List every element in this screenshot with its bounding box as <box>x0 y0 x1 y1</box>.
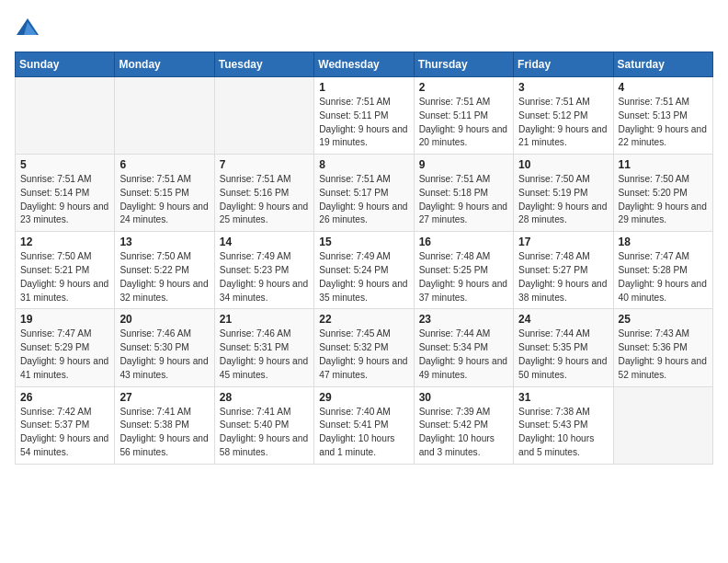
calendar-cell <box>16 77 115 155</box>
weekday-header-tuesday: Tuesday <box>214 52 313 77</box>
day-info: Sunrise: 7:50 AM Sunset: 5:19 PM Dayligh… <box>518 173 608 227</box>
logo-icon <box>15 15 40 40</box>
day-info: Sunrise: 7:42 AM Sunset: 5:37 PM Dayligh… <box>20 406 109 460</box>
calendar-cell: 12Sunrise: 7:50 AM Sunset: 5:21 PM Dayli… <box>16 232 115 309</box>
calendar-cell: 18Sunrise: 7:47 AM Sunset: 5:28 PM Dayli… <box>613 232 712 309</box>
calendar-cell: 31Sunrise: 7:38 AM Sunset: 5:43 PM Dayli… <box>514 386 613 464</box>
day-number: 21 <box>220 313 309 326</box>
calendar-cell: 11Sunrise: 7:50 AM Sunset: 5:20 PM Dayli… <box>613 155 712 232</box>
calendar-cell: 30Sunrise: 7:39 AM Sunset: 5:42 PM Dayli… <box>414 386 513 464</box>
weekday-header-thursday: Thursday <box>414 52 513 77</box>
weekday-header-row: SundayMondayTuesdayWednesdayThursdayFrid… <box>16 52 713 77</box>
calendar-cell: 15Sunrise: 7:49 AM Sunset: 5:24 PM Dayli… <box>314 232 414 309</box>
day-info: Sunrise: 7:51 AM Sunset: 5:12 PM Dayligh… <box>518 96 608 150</box>
calendar-cell: 4Sunrise: 7:51 AM Sunset: 5:13 PM Daylig… <box>613 77 712 155</box>
day-info: Sunrise: 7:51 AM Sunset: 5:18 PM Dayligh… <box>419 173 508 227</box>
day-number: 25 <box>619 313 708 326</box>
day-number: 4 <box>619 81 708 94</box>
calendar-cell: 20Sunrise: 7:46 AM Sunset: 5:30 PM Dayli… <box>115 309 214 386</box>
day-info: Sunrise: 7:47 AM Sunset: 5:29 PM Dayligh… <box>20 327 109 382</box>
calendar-cell: 28Sunrise: 7:41 AM Sunset: 5:40 PM Dayli… <box>214 386 313 464</box>
day-info: Sunrise: 7:51 AM Sunset: 5:15 PM Dayligh… <box>119 173 209 227</box>
calendar-cell: 24Sunrise: 7:44 AM Sunset: 5:35 PM Dayli… <box>514 309 613 386</box>
day-number: 5 <box>20 158 109 171</box>
day-info: Sunrise: 7:48 AM Sunset: 5:27 PM Dayligh… <box>518 250 608 304</box>
calendar-cell: 14Sunrise: 7:49 AM Sunset: 5:23 PM Dayli… <box>214 232 313 309</box>
calendar-week-2: 12Sunrise: 7:50 AM Sunset: 5:21 PM Dayli… <box>16 232 713 309</box>
calendar-cell <box>115 77 214 155</box>
day-number: 29 <box>319 391 408 404</box>
day-info: Sunrise: 7:38 AM Sunset: 5:43 PM Dayligh… <box>518 406 608 460</box>
weekday-header-sunday: Sunday <box>16 52 115 77</box>
day-info: Sunrise: 7:44 AM Sunset: 5:35 PM Dayligh… <box>518 327 608 382</box>
calendar-week-1: 5Sunrise: 7:51 AM Sunset: 5:14 PM Daylig… <box>16 155 713 232</box>
calendar-cell: 19Sunrise: 7:47 AM Sunset: 5:29 PM Dayli… <box>16 309 115 386</box>
day-info: Sunrise: 7:51 AM Sunset: 5:11 PM Dayligh… <box>319 96 408 150</box>
day-number: 15 <box>319 236 408 248</box>
calendar-cell: 23Sunrise: 7:44 AM Sunset: 5:34 PM Dayli… <box>414 309 513 386</box>
day-number: 3 <box>518 81 608 94</box>
day-number: 1 <box>319 81 408 94</box>
calendar-cell <box>613 386 712 464</box>
calendar-cell: 26Sunrise: 7:42 AM Sunset: 5:37 PM Dayli… <box>16 386 115 464</box>
calendar-cell: 13Sunrise: 7:50 AM Sunset: 5:22 PM Dayli… <box>115 232 214 309</box>
day-info: Sunrise: 7:48 AM Sunset: 5:25 PM Dayligh… <box>419 250 508 304</box>
calendar-cell: 27Sunrise: 7:41 AM Sunset: 5:38 PM Dayli… <box>115 386 214 464</box>
day-number: 13 <box>119 236 209 248</box>
calendar-cell: 25Sunrise: 7:43 AM Sunset: 5:36 PM Dayli… <box>613 309 712 386</box>
day-info: Sunrise: 7:43 AM Sunset: 5:36 PM Dayligh… <box>619 327 708 382</box>
day-number: 31 <box>518 391 608 404</box>
day-info: Sunrise: 7:45 AM Sunset: 5:32 PM Dayligh… <box>319 327 408 382</box>
day-info: Sunrise: 7:51 AM Sunset: 5:11 PM Dayligh… <box>419 96 508 150</box>
calendar-cell: 3Sunrise: 7:51 AM Sunset: 5:12 PM Daylig… <box>514 77 613 155</box>
day-number: 6 <box>119 158 209 171</box>
day-info: Sunrise: 7:50 AM Sunset: 5:20 PM Dayligh… <box>619 173 708 227</box>
calendar-cell: 2Sunrise: 7:51 AM Sunset: 5:11 PM Daylig… <box>414 77 513 155</box>
weekday-header-wednesday: Wednesday <box>314 52 414 77</box>
day-number: 16 <box>419 236 508 248</box>
day-number: 22 <box>319 313 408 326</box>
calendar-cell <box>214 77 313 155</box>
day-number: 12 <box>20 236 109 248</box>
day-info: Sunrise: 7:51 AM Sunset: 5:16 PM Dayligh… <box>220 173 309 227</box>
calendar-body: 1Sunrise: 7:51 AM Sunset: 5:11 PM Daylig… <box>16 77 713 465</box>
day-number: 11 <box>619 158 708 171</box>
calendar-header: SundayMondayTuesdayWednesdayThursdayFrid… <box>16 52 713 77</box>
day-number: 17 <box>518 236 608 248</box>
day-number: 9 <box>419 158 508 171</box>
weekday-header-monday: Monday <box>115 52 214 77</box>
calendar-table: SundayMondayTuesdayWednesdayThursdayFrid… <box>15 52 713 465</box>
calendar-cell: 21Sunrise: 7:46 AM Sunset: 5:31 PM Dayli… <box>214 309 313 386</box>
day-info: Sunrise: 7:51 AM Sunset: 5:13 PM Dayligh… <box>619 96 708 150</box>
day-info: Sunrise: 7:40 AM Sunset: 5:41 PM Dayligh… <box>319 406 408 460</box>
day-info: Sunrise: 7:50 AM Sunset: 5:21 PM Dayligh… <box>20 250 109 304</box>
day-number: 20 <box>119 313 209 326</box>
weekday-header-saturday: Saturday <box>613 52 712 77</box>
calendar-week-4: 26Sunrise: 7:42 AM Sunset: 5:37 PM Dayli… <box>16 386 713 464</box>
day-info: Sunrise: 7:47 AM Sunset: 5:28 PM Dayligh… <box>619 250 708 304</box>
calendar-cell: 22Sunrise: 7:45 AM Sunset: 5:32 PM Dayli… <box>314 309 414 386</box>
calendar-week-3: 19Sunrise: 7:47 AM Sunset: 5:29 PM Dayli… <box>16 309 713 386</box>
day-info: Sunrise: 7:44 AM Sunset: 5:34 PM Dayligh… <box>419 327 508 382</box>
calendar-cell: 8Sunrise: 7:51 AM Sunset: 5:17 PM Daylig… <box>314 155 414 232</box>
day-info: Sunrise: 7:46 AM Sunset: 5:30 PM Dayligh… <box>119 327 209 382</box>
calendar-cell: 9Sunrise: 7:51 AM Sunset: 5:18 PM Daylig… <box>414 155 513 232</box>
day-number: 8 <box>319 158 408 171</box>
calendar-cell: 16Sunrise: 7:48 AM Sunset: 5:25 PM Dayli… <box>414 232 513 309</box>
page-header <box>15 15 713 40</box>
day-number: 18 <box>619 236 708 248</box>
day-info: Sunrise: 7:51 AM Sunset: 5:17 PM Dayligh… <box>319 173 408 227</box>
day-number: 24 <box>518 313 608 326</box>
day-info: Sunrise: 7:49 AM Sunset: 5:24 PM Dayligh… <box>319 250 408 304</box>
calendar-cell: 17Sunrise: 7:48 AM Sunset: 5:27 PM Dayli… <box>514 232 613 309</box>
day-number: 14 <box>220 236 309 248</box>
calendar-cell: 10Sunrise: 7:50 AM Sunset: 5:19 PM Dayli… <box>514 155 613 232</box>
day-info: Sunrise: 7:39 AM Sunset: 5:42 PM Dayligh… <box>419 406 508 460</box>
day-number: 7 <box>220 158 309 171</box>
day-number: 2 <box>419 81 508 94</box>
day-number: 23 <box>419 313 508 326</box>
calendar-cell: 7Sunrise: 7:51 AM Sunset: 5:16 PM Daylig… <box>214 155 313 232</box>
weekday-header-friday: Friday <box>514 52 613 77</box>
day-info: Sunrise: 7:41 AM Sunset: 5:38 PM Dayligh… <box>119 406 209 460</box>
day-info: Sunrise: 7:49 AM Sunset: 5:23 PM Dayligh… <box>220 250 309 304</box>
